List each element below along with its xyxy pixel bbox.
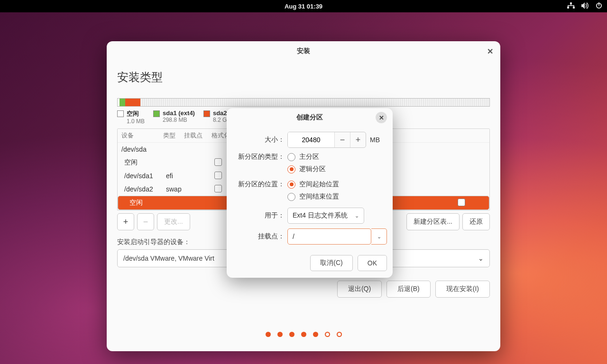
- legend-swap-label: sda2: [213, 109, 227, 117]
- partition-bar: [117, 98, 490, 107]
- power-icon[interactable]: [596, 2, 602, 10]
- add-partition-button[interactable]: +: [117, 213, 134, 230]
- radio-logical[interactable]: [287, 165, 295, 173]
- size-input[interactable]: [288, 132, 334, 147]
- close-icon[interactable]: ✕: [485, 46, 495, 56]
- network-icon[interactable]: [567, 2, 575, 10]
- install-now-button[interactable]: 现在安装(I): [435, 281, 490, 298]
- footer-actions: 退出(Q) 后退(B) 现在安装(I): [117, 281, 490, 298]
- size-unit: MB: [370, 136, 380, 144]
- legend-ext4-label: sda1 (ext4): [163, 109, 195, 117]
- filesystem-select[interactable]: Ext4 日志文件系统 ⌄: [287, 208, 364, 224]
- svg-rect-2: [573, 7, 575, 9]
- legend-free-label: 空闲: [127, 109, 145, 118]
- quit-button[interactable]: 退出(Q): [337, 281, 382, 298]
- back-button[interactable]: 后退(B): [386, 281, 431, 298]
- chevron-down-icon: ⌄: [478, 255, 484, 262]
- new-partition-table-button[interactable]: 新建分区表...: [406, 213, 460, 230]
- filesystem-value: Ext4 日志文件系统: [293, 211, 348, 220]
- size-decrease-button[interactable]: −: [334, 132, 350, 147]
- ok-button[interactable]: OK: [358, 255, 387, 271]
- col-mount: 挂载点: [184, 131, 211, 140]
- radio-begin-label: 空间起始位置: [299, 180, 339, 189]
- clock-text: Aug 31 01:39: [285, 3, 322, 10]
- radio-logical-label: 逻辑分区: [299, 165, 326, 173]
- svg-rect-0: [570, 2, 572, 4]
- legend-ext4-size: 298.8 MB: [163, 117, 195, 123]
- close-icon[interactable]: ✕: [376, 112, 387, 123]
- page-title: 安装类型: [117, 70, 490, 85]
- location-label: 新分区的位置：: [232, 180, 287, 189]
- dialog-title: 创建分区: [296, 113, 323, 122]
- svg-rect-6: [573, 5, 574, 7]
- mount-point-dropdown-button[interactable]: ⌄: [371, 228, 387, 245]
- system-tray: [567, 2, 602, 10]
- size-label: 大小：: [232, 136, 287, 144]
- cancel-button[interactable]: 取消(C): [310, 255, 352, 271]
- size-increase-button[interactable]: +: [350, 132, 366, 147]
- radio-end[interactable]: [287, 193, 295, 201]
- bootloader-value: /dev/sda VMware, VMware Virt: [123, 255, 214, 262]
- radio-primary[interactable]: [287, 153, 295, 161]
- mount-point-value: /: [293, 233, 294, 240]
- svg-rect-8: [598, 2, 599, 6]
- svg-rect-1: [567, 7, 569, 9]
- progress-dots: [107, 332, 500, 337]
- revert-button[interactable]: 还原: [462, 213, 490, 230]
- svg-rect-4: [568, 5, 574, 6]
- legend-swap-size: 8.2 G: [213, 117, 227, 123]
- format-checkbox[interactable]: [214, 158, 222, 166]
- dialog-titlebar: 创建分区 ✕: [232, 108, 387, 127]
- col-device: 设备: [118, 131, 163, 140]
- format-checkbox[interactable]: [458, 199, 465, 206]
- radio-begin[interactable]: [287, 181, 295, 189]
- col-type: 类型: [163, 131, 184, 140]
- chevron-down-icon: ⌄: [377, 234, 381, 240]
- mount-point-combo[interactable]: /: [287, 228, 371, 245]
- desktop: Aug 31 01:39 安装 ✕ 安装类型 空闲1.0 MB sda1 (ex…: [0, 0, 607, 364]
- format-checkbox[interactable]: [214, 172, 222, 179]
- use-as-label: 用于：: [232, 211, 287, 220]
- volume-icon[interactable]: [581, 2, 589, 10]
- svg-rect-5: [568, 5, 569, 7]
- create-partition-dialog: 创建分区 ✕ 大小： − + MB 新分区的类型： 主分区 逻辑分区 新分区的位…: [227, 108, 393, 278]
- partition-type-label: 新分区的类型：: [232, 153, 287, 161]
- remove-partition-button[interactable]: −: [137, 213, 154, 230]
- legend-free-size: 1.0 MB: [127, 118, 145, 125]
- chevron-down-icon: ⌄: [355, 213, 359, 219]
- top-bar: Aug 31 01:39: [0, 0, 607, 12]
- window-title: 安装: [297, 47, 310, 55]
- size-spinner: − +: [287, 132, 366, 148]
- window-titlebar: 安装 ✕: [107, 41, 500, 61]
- mount-point-label: 挂载点：: [232, 232, 287, 241]
- radio-primary-label: 主分区: [299, 153, 319, 161]
- radio-end-label: 空间结束位置: [299, 192, 339, 201]
- change-partition-button[interactable]: 更改...: [157, 213, 190, 230]
- format-checkbox[interactable]: [214, 185, 222, 192]
